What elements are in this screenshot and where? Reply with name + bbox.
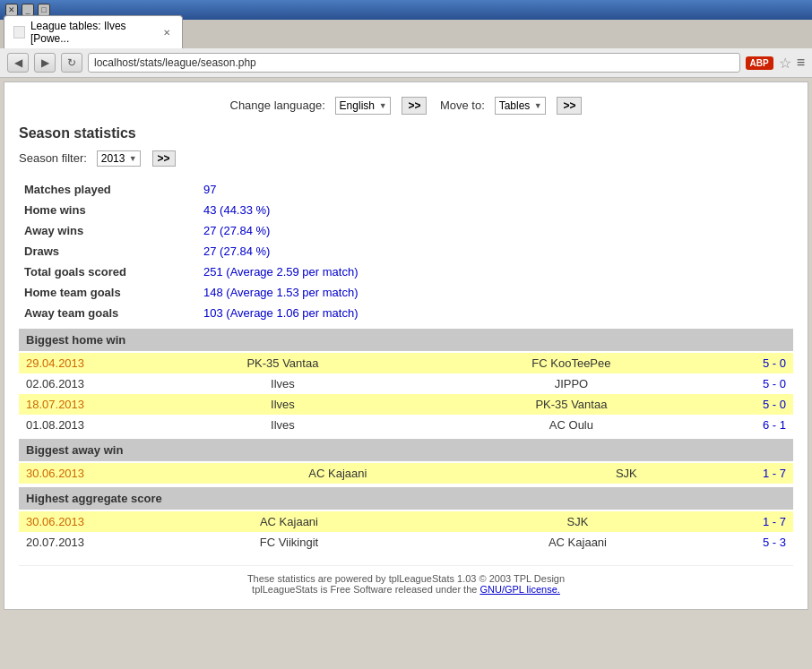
forward-button[interactable]: ▶ [34, 53, 56, 73]
stats-row: Away wins 27 (27.84 %) [19, 220, 793, 241]
tab-close-button[interactable]: ✕ [160, 27, 173, 39]
match-date: 01.08.2013 [19, 415, 144, 435]
change-language-label: Change language: [230, 99, 325, 112]
match-row: 29.04.2013 PK-35 Vantaa FC KooTeePee 5 -… [19, 353, 793, 373]
season-select[interactable]: 2013 [97, 150, 141, 167]
match-away-team: SJK [434, 511, 721, 532]
active-tab[interactable]: League tables: Ilves [Powe... ✕ [4, 15, 183, 48]
match-row: 30.06.2013 AC Kajaani SJK 1 - 7 [19, 463, 793, 484]
footer: These statistics are powered by tplLeagu… [19, 565, 793, 595]
tab-bar: League tables: Ilves [Powe... ✕ [0, 20, 812, 48]
match-date: 18.07.2013 [19, 394, 144, 415]
match-score: 5 - 0 [721, 373, 793, 394]
match-score: 1 - 7 [721, 463, 793, 484]
footer-link[interactable]: GNU/GPL license. [479, 584, 559, 595]
match-away-team: SJK [531, 463, 721, 484]
match-home-team: Ilves [144, 415, 421, 435]
stat-label: Total goals scored [19, 262, 198, 282]
language-bar: Change language: English >> Move to: Tab… [19, 97, 793, 115]
stat-value: 27 (27.84 %) [198, 220, 793, 241]
address-bar: ◀ ▶ ↻ ABP ☆ ≡ [0, 48, 812, 78]
move-to-label: Move to: [440, 99, 485, 112]
stats-row: Total goals scored 251 (Average 2.59 per… [19, 262, 793, 282]
match-home-team: AC Kajaani [144, 463, 531, 484]
season-filter-label: Season filter: [19, 151, 87, 165]
stats-table: Matches played 97Home wins 43 (44.33 %)A… [19, 179, 793, 323]
match-away-team: FC KooTeePee [421, 353, 721, 373]
highest-aggregate-table: 30.06.2013 AC Kajaani SJK 1 - 7 20.07.20… [19, 511, 793, 553]
match-home-team: FC Viikingit [144, 532, 434, 553]
match-row: 01.08.2013 Ilves AC Oulu 6 - 1 [19, 415, 793, 435]
highest-aggregate-header: Highest aggregate score [19, 487, 793, 510]
match-away-team: JIPPO [421, 373, 721, 394]
stats-row: Matches played 97 [19, 179, 793, 200]
match-date: 29.04.2013 [19, 353, 144, 373]
stat-label: Away team goals [19, 303, 198, 323]
season-go-button[interactable]: >> [152, 150, 176, 167]
biggest-away-win-header: Biggest away win [19, 439, 793, 461]
stat-value: 97 [198, 179, 793, 200]
page-content: Change language: English >> Move to: Tab… [4, 81, 808, 610]
browser-window: ✕ _ □ League tables: Ilves [Powe... ✕ ◀ … [0, 0, 812, 669]
stat-value: 251 (Average 2.59 per match) [198, 262, 793, 282]
stat-label: Home wins [19, 200, 198, 220]
refresh-button[interactable]: ↻ [61, 53, 82, 73]
footer-line1: These statistics are powered by tplLeagu… [19, 573, 793, 584]
match-score: 6 - 1 [721, 415, 793, 435]
tab-favicon [13, 26, 25, 39]
match-home-team: Ilves [144, 373, 421, 394]
match-home-team: Ilves [144, 394, 421, 415]
match-away-team: AC Oulu [421, 415, 721, 435]
stat-label: Home team goals [19, 282, 198, 303]
footer-pre: tplLeagueStats is Free Software released… [252, 584, 479, 595]
tab-title: League tables: Ilves [Powe... [30, 20, 155, 45]
stat-value: 148 (Average 1.53 per match) [198, 282, 793, 303]
match-date: 02.06.2013 [19, 373, 144, 394]
biggest-away-win-table: 30.06.2013 AC Kajaani SJK 1 - 7 [19, 463, 793, 484]
match-away-team: AC Kajaani [434, 532, 721, 553]
stat-value: 43 (44.33 %) [198, 200, 793, 220]
language-select-wrapper: English [335, 97, 391, 115]
biggest-home-win-header: Biggest home win [19, 329, 793, 351]
stat-label: Away wins [19, 220, 198, 241]
match-date: 20.07.2013 [19, 532, 144, 553]
address-input[interactable] [88, 53, 740, 73]
stats-row: Away team goals 103 (Average 1.06 per ma… [19, 303, 793, 323]
match-score: 1 - 7 [721, 511, 793, 532]
match-score: 5 - 0 [721, 353, 793, 373]
stat-value: 27 (27.84 %) [198, 241, 793, 262]
match-row: 18.07.2013 Ilves PK-35 Vantaa 5 - 0 [19, 394, 793, 415]
bookmark-button[interactable]: ☆ [779, 55, 791, 72]
close-button[interactable]: ✕ [5, 4, 18, 16]
footer-line2: tplLeagueStats is Free Software released… [19, 584, 793, 595]
move-to-select[interactable]: Tables [495, 97, 546, 115]
stat-label: Matches played [19, 179, 198, 200]
language-select[interactable]: English [335, 97, 391, 115]
stat-label: Draws [19, 241, 198, 262]
match-away-team: PK-35 Vantaa [421, 394, 721, 415]
match-home-team: PK-35 Vantaa [144, 353, 421, 373]
move-to-select-wrapper: Tables [495, 97, 546, 115]
match-row: 20.07.2013 FC Viikingit AC Kajaani 5 - 3 [19, 532, 793, 553]
match-date: 30.06.2013 [19, 463, 144, 484]
back-button[interactable]: ◀ [7, 53, 29, 73]
stats-row: Home wins 43 (44.33 %) [19, 200, 793, 220]
page-title: Season statistics [19, 125, 793, 142]
match-date: 30.06.2013 [19, 511, 144, 532]
match-row: 30.06.2013 AC Kajaani SJK 1 - 7 [19, 511, 793, 532]
stat-value: 103 (Average 1.06 per match) [198, 303, 793, 323]
stats-row: Draws 27 (27.84 %) [19, 241, 793, 262]
stats-row: Home team goals 148 (Average 1.53 per ma… [19, 282, 793, 303]
minimize-button[interactable]: _ [22, 4, 34, 16]
abp-button[interactable]: ABP [746, 56, 773, 70]
match-row: 02.06.2013 Ilves JIPPO 5 - 0 [19, 373, 793, 394]
biggest-home-win-table: 29.04.2013 PK-35 Vantaa FC KooTeePee 5 -… [19, 353, 793, 435]
season-select-wrapper: 2013 [97, 150, 141, 167]
maximize-button[interactable]: □ [38, 4, 50, 16]
match-score: 5 - 0 [721, 394, 793, 415]
menu-button[interactable]: ≡ [797, 55, 805, 71]
window-controls: ✕ _ □ [5, 4, 50, 16]
language-go-button[interactable]: >> [402, 97, 427, 115]
match-score: 5 - 3 [721, 532, 793, 553]
move-to-go-button[interactable]: >> [557, 97, 582, 115]
